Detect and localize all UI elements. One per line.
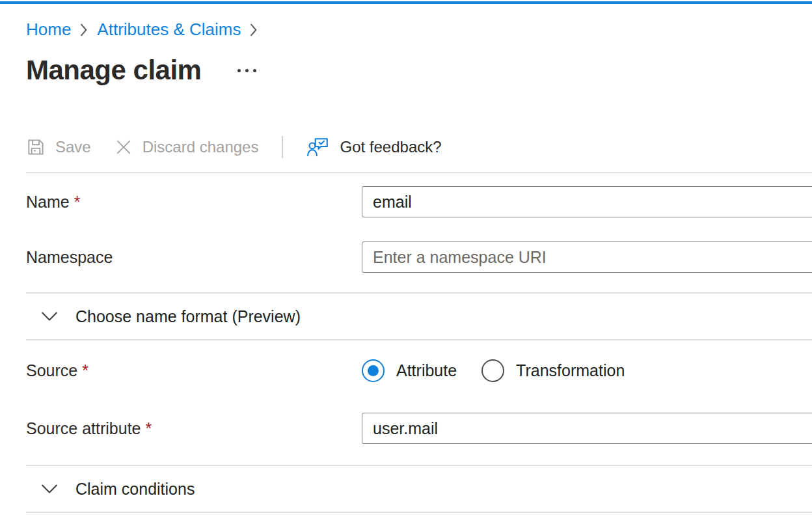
more-options-icon bbox=[237, 69, 241, 72]
title-row: Manage claim bbox=[26, 54, 812, 87]
source-radio-group: Attribute Transformation bbox=[362, 359, 625, 382]
section-label: Claim conditions bbox=[75, 480, 195, 498]
discard-x-icon bbox=[115, 138, 133, 156]
required-marker: * bbox=[146, 419, 152, 437]
breadcrumb: Home Attributes & Claims bbox=[26, 20, 812, 40]
name-label: Name* bbox=[26, 193, 362, 212]
more-options-icon bbox=[253, 69, 256, 72]
toolbar-divider bbox=[282, 136, 283, 158]
source-attribute-input[interactable] bbox=[362, 413, 812, 444]
section-label: Choose name format (Preview) bbox=[75, 307, 301, 325]
source-field-row: Source* Attribute Transformation bbox=[26, 355, 812, 386]
got-feedback-button[interactable]: Got feedback? bbox=[306, 137, 441, 158]
chevron-down-icon bbox=[42, 312, 57, 321]
name-input[interactable] bbox=[362, 186, 812, 217]
save-button-label: Save bbox=[55, 138, 91, 156]
command-bar: Save Discard changes bbox=[26, 131, 812, 163]
namespace-label: Namespace bbox=[26, 248, 362, 267]
section-claim-conditions[interactable]: Claim conditions bbox=[26, 465, 812, 513]
required-marker: * bbox=[82, 361, 88, 379]
chevron-right-icon bbox=[250, 23, 258, 36]
radio-selected-icon bbox=[362, 359, 385, 382]
source-attribute-label: Source attribute* bbox=[26, 419, 362, 438]
radio-transformation-label: Transformation bbox=[516, 361, 625, 380]
toolbar-bottom-divider bbox=[26, 172, 812, 173]
section-choose-name-format[interactable]: Choose name format (Preview) bbox=[26, 292, 812, 340]
save-button[interactable]: Save bbox=[26, 137, 91, 157]
top-accent-bar bbox=[0, 1, 812, 4]
page-title: Manage claim bbox=[26, 55, 201, 86]
breadcrumb-home[interactable]: Home bbox=[26, 20, 71, 40]
radio-attribute-label: Attribute bbox=[396, 361, 457, 380]
namespace-field-row: Namespace bbox=[26, 241, 812, 273]
chevron-right-icon bbox=[80, 23, 88, 36]
feedback-icon bbox=[306, 137, 330, 158]
breadcrumb-attributes-claims[interactable]: Attributes & Claims bbox=[97, 20, 241, 40]
discard-changes-button[interactable]: Discard changes bbox=[115, 138, 259, 156]
radio-transformation[interactable]: Transformation bbox=[481, 359, 625, 382]
required-marker: * bbox=[74, 193, 81, 211]
save-icon bbox=[26, 137, 46, 157]
feedback-button-label: Got feedback? bbox=[340, 138, 441, 156]
chevron-down-icon bbox=[42, 484, 57, 493]
discard-button-label: Discard changes bbox=[142, 138, 259, 156]
source-label: Source* bbox=[26, 361, 362, 380]
namespace-input[interactable] bbox=[362, 241, 812, 273]
name-field-row: Name* bbox=[26, 186, 812, 217]
source-attribute-field-row: Source attribute* bbox=[26, 413, 812, 444]
radio-attribute[interactable]: Attribute bbox=[362, 359, 457, 382]
more-options-icon bbox=[245, 69, 249, 72]
manage-claim-page: Home Attributes & Claims Manage claim bbox=[0, 1, 812, 513]
more-options-button[interactable] bbox=[235, 64, 259, 77]
radio-unselected-icon bbox=[481, 359, 504, 382]
